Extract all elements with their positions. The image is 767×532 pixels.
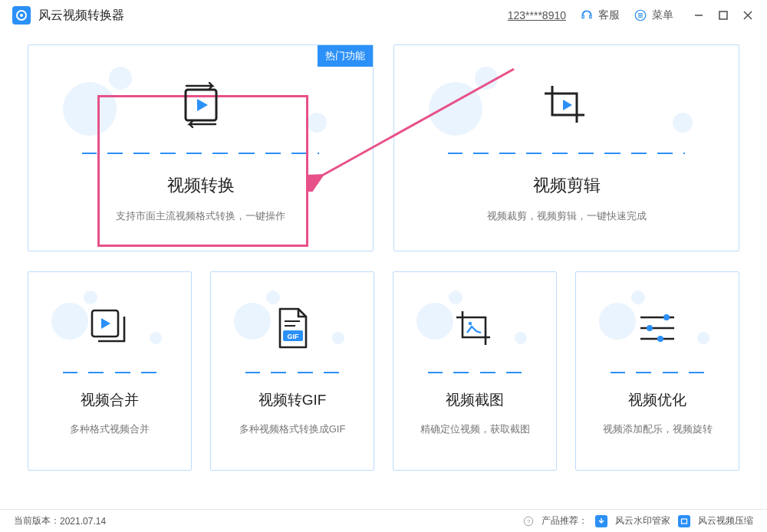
svg-rect-7 — [719, 11, 727, 19]
card-desc: 视频裁剪，视频剪辑，一键快速完成 — [487, 209, 647, 223]
bg-blob — [673, 113, 693, 133]
merge-icon — [87, 306, 132, 350]
svg-text:GIF: GIF — [288, 333, 300, 340]
support-button[interactable]: 客服 — [580, 8, 620, 22]
bg-blob — [51, 303, 88, 340]
card-desc: 视频添加配乐，视频旋转 — [603, 422, 713, 436]
version-value: 2021.07.14 — [60, 516, 106, 527]
bg-blob — [307, 113, 327, 133]
card-title: 视频截图 — [446, 390, 504, 410]
card-video-optimize[interactable]: 视频优化 视频添加配乐，视频旋转 — [575, 271, 739, 471]
bg-blob — [631, 291, 645, 304]
minimize-button[interactable] — [692, 8, 706, 22]
minimize-icon — [693, 10, 704, 21]
bg-blob — [63, 82, 117, 136]
card-video-convert[interactable]: 热门功能 视频转换 支持市面主流视频格式转换，一键操作 — [28, 44, 374, 251]
svg-point-25 — [657, 336, 663, 342]
card-desc: 多种格式视频合并 — [70, 422, 150, 436]
card-divider — [245, 372, 340, 373]
headset-icon — [580, 8, 594, 22]
bg-blob — [266, 291, 280, 304]
close-button[interactable] — [741, 8, 755, 22]
card-video-screenshot[interactable]: 视频截图 精确定位视频，获取截图 — [393, 271, 557, 471]
svg-marker-12 — [563, 100, 572, 110]
bg-blob — [150, 332, 162, 344]
card-desc: 精确定位视频，获取截图 — [420, 422, 530, 436]
card-title: 视频转换 — [167, 174, 235, 197]
app-title: 风云视频转换器 — [38, 8, 124, 24]
recommend-1[interactable]: 风云水印管家 — [615, 514, 670, 527]
bg-blob — [515, 332, 527, 344]
close-icon — [742, 10, 753, 21]
bg-blob — [109, 67, 132, 90]
rec2-icon — [678, 515, 690, 527]
footer: 当前版本： 2021.07.14 ? 产品推荐： 风云水印管家 风云视频压缩 — [0, 509, 767, 532]
svg-point-24 — [647, 325, 653, 331]
gif-file-icon: GIF — [272, 306, 312, 350]
menu-icon — [634, 8, 647, 22]
recommend-2[interactable]: 风云视频压缩 — [698, 514, 753, 527]
bg-blob — [332, 332, 344, 344]
card-divider — [82, 153, 319, 154]
card-desc: 支持市面主流视频格式转换，一键操作 — [116, 209, 285, 223]
maximize-icon — [718, 10, 729, 21]
svg-marker-11 — [197, 99, 208, 111]
card-divider — [448, 153, 685, 154]
bg-blob — [697, 332, 709, 344]
card-video-gif[interactable]: GIF 视频转GIF 多种视频格式转换成GIF — [210, 271, 374, 471]
card-desc: 多种视频格式转换成GIF — [239, 422, 346, 436]
recommend-label: 产品推荐： — [542, 514, 588, 527]
card-title: 视频转GIF — [258, 390, 327, 410]
bg-blob — [475, 67, 498, 90]
svg-marker-14 — [101, 318, 110, 329]
titlebar: 风云视频转换器 123****8910 客服 菜单 — [0, 0, 767, 31]
user-phone[interactable]: 123****8910 — [508, 9, 566, 21]
card-video-merge[interactable]: 视频合并 多种格式视频合并 — [28, 271, 192, 471]
bg-blob — [84, 291, 97, 304]
convert-icon — [174, 78, 228, 132]
svg-rect-29 — [682, 519, 687, 524]
card-divider — [611, 372, 705, 373]
card-video-edit[interactable]: 视频剪辑 视频裁剪，视频剪辑，一键快速完成 — [393, 44, 739, 251]
screenshot-icon — [452, 307, 498, 350]
menu-label: 菜单 — [652, 8, 673, 22]
rec1-icon — [595, 515, 607, 527]
version-label: 当前版本： — [14, 514, 60, 527]
card-title: 视频剪辑 — [533, 174, 601, 197]
sliders-icon — [636, 310, 679, 346]
bg-blob — [599, 303, 636, 340]
help-icon: ? — [523, 516, 534, 527]
svg-point-1 — [20, 14, 23, 17]
support-label: 客服 — [598, 8, 620, 22]
card-title: 视频合并 — [81, 390, 139, 410]
card-divider — [428, 372, 522, 373]
bg-blob — [416, 303, 453, 340]
svg-point-23 — [663, 314, 670, 320]
svg-text:?: ? — [527, 517, 530, 524]
bg-blob — [429, 82, 482, 136]
maximize-button[interactable] — [716, 8, 730, 22]
app-logo — [12, 6, 31, 25]
crop-icon — [537, 78, 597, 132]
svg-point-19 — [469, 322, 472, 325]
card-divider — [63, 372, 157, 373]
bg-blob — [449, 291, 463, 304]
card-title: 视频优化 — [628, 390, 686, 410]
bg-blob — [234, 303, 271, 340]
menu-button[interactable]: 菜单 — [634, 8, 673, 22]
